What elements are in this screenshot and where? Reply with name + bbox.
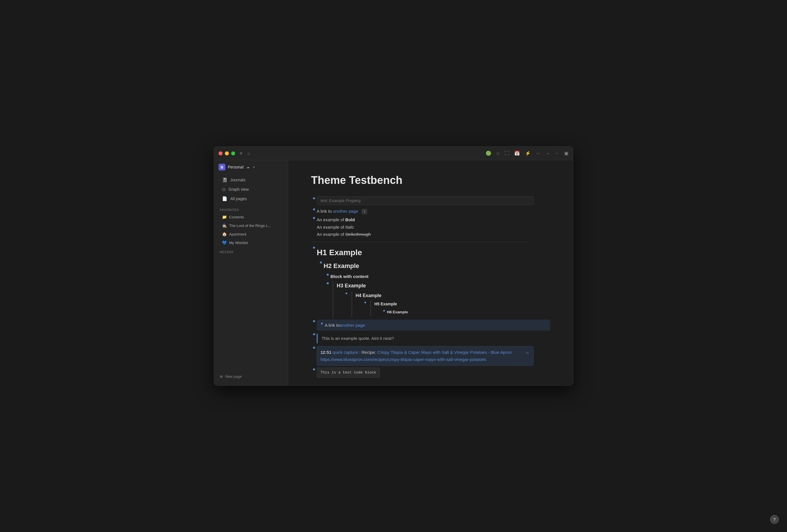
close-button[interactable] [218,151,222,155]
minimize-button[interactable] [225,151,229,155]
h3-nested: H3 Example H4 Example [333,281,408,318]
bullet-dot [313,368,315,370]
more-icon[interactable]: ··· [555,151,559,156]
h4-content: H4 Example [356,291,408,300]
bullet [311,332,317,335]
bullet [311,207,317,210]
bullet [311,245,317,249]
another-page-link-1[interactable]: another page [333,209,358,214]
another-page-link-2[interactable]: another page [340,322,365,329]
quick-capture-timestamp: 12:51 [320,350,331,355]
sidebar-item-all-pages[interactable]: 📄 All pages [216,194,285,203]
bullet [311,319,317,322]
bullet [362,301,368,303]
bullet [318,260,324,263]
highlighted-link-block: A link to another page [311,319,550,332]
bullet [311,196,317,199]
wishlist-emoji: 💙 [222,240,227,245]
h5-nested: H5 Example H6 Example [370,301,408,316]
help-button[interactable]: ? [770,515,779,524]
quote-content: This is an example quote. Aint it neat? [317,332,550,345]
h4-block: H4 Example H5 Example [344,291,408,317]
journals-icon: 📓 [222,177,228,182]
sidebar-item-label: Journals [230,178,246,182]
sidebar-fav-contents[interactable]: 📁 Contents [216,213,285,221]
h3-content: H3 Example [337,281,408,290]
sidebar-item-journals[interactable]: 📓 Journals [216,175,285,184]
bullet-dot [327,282,329,284]
contents-emoji: 📁 [222,215,227,219]
fullscreen-icon[interactable]: ⛶ [505,151,509,156]
h5-block: H5 Example H6 Example [362,301,408,316]
bullet-dot [321,323,323,325]
sidebar-toggle-icon[interactable]: ▣ [564,151,569,156]
favorites-label: FAVORITES [214,205,288,213]
quote-text: This is an example quote. Aint it neat? [317,334,550,343]
bullet [381,309,387,312]
search-icon[interactable]: ⌕ [248,151,250,156]
link-prefix-2: A link to [325,322,340,329]
h4-nested: H4 Example H5 Example [352,291,408,317]
highlighted-content: A link to another page [317,319,550,331]
all-pages-icon: 📄 [222,196,228,201]
bullet-dot [313,333,315,335]
quick-capture-colon: : Recipe: [359,350,377,355]
bullet-dot [313,217,315,219]
property-input-wrapper [317,196,550,206]
block-with-content-text: Block with content [331,272,550,281]
sidebar-item-label: Graph view [229,187,249,192]
sidebar-fav-lotr[interactable]: 🧙 The Lord of the Rings L... [216,222,285,229]
new-page-button[interactable]: ⊕ New page [216,372,285,381]
property-input[interactable] [317,196,534,205]
code-block-content: This is a test code block [317,367,550,378]
code-block-row: This is a test code block [311,367,550,378]
back-icon[interactable]: ← [536,151,540,156]
blue-apron-url[interactable]: https://www.blueapron.com/recipes/crispy… [320,357,486,362]
bold-text: Bold [345,217,355,222]
workspace-cloud-icon: ☁ [246,165,250,169]
bullet-dot [313,247,315,249]
bullet-dot [383,310,385,312]
maximize-button[interactable] [231,151,235,155]
bullet-dot [320,262,322,263]
forward-icon[interactable]: → [546,151,550,156]
lotr-emoji: 🧙 [222,223,227,228]
bullet-dot [345,292,347,294]
quick-capture-link[interactable]: quick capture [333,350,358,355]
bullet-dot [313,208,315,210]
sidebar-fav-label: My Wishlist [229,241,248,245]
workspace-header[interactable]: B Personal ☁ ▾ [214,160,288,174]
main-content: B Personal ☁ ▾ 📓 Journals ◎ Graph view 📄… [214,160,573,385]
edit-icon[interactable]: ✏ [525,349,530,358]
apartment-emoji: 🏠 [222,232,227,236]
bullet [325,281,331,284]
sidebar-item-graph-view[interactable]: ◎ Graph view [216,185,285,194]
home-icon[interactable]: ⌂ [496,151,499,156]
hamburger-icon[interactable]: ≡ [240,151,242,156]
titlebar: ≡ ⌕ 🟢 ⌂ ⛶ 📅 ⚡ ← → ··· ▣ [214,147,573,160]
property-block [311,196,550,206]
bullet [311,216,317,219]
quote-block-row: This is an example quote. Aint it neat? [311,332,550,345]
sidebar-fav-label: Apartment [229,232,246,236]
h6-content: H6 Example [387,309,408,316]
block-with-content: Block with content [325,272,550,281]
titlebar-left-icons: ≡ ⌕ [240,151,250,156]
blue-apron-link[interactable]: Crispy Tilapia & Caper Mayo with Salt & … [377,350,512,355]
quick-capture-content: 12:51 quick capture : Recipe: Crispy Til… [317,346,534,366]
calendar-icon[interactable]: 📅 [514,151,520,156]
sidebar-fav-apartment[interactable]: 🏠 Apartment [216,230,285,238]
page-title: Theme Testbench [311,174,550,187]
link-prefix: A link to [317,209,333,214]
code-text: This is a test code block [317,368,380,378]
block-badge: 1 [362,209,367,215]
bold-block: An example of Bold An example of Italic … [311,216,550,238]
new-page-plus-icon: ⊕ [220,374,223,379]
editor-area: Theme Testbench A link to another page [288,160,573,385]
extensions-icon[interactable]: ⚡ [525,151,531,156]
graph-icon: ◎ [222,187,226,192]
cloud-status-icon[interactable]: 🟢 [486,151,491,156]
sidebar-fav-wishlist[interactable]: 💙 My Wishlist [216,239,285,247]
quick-capture-block: 12:51 quick capture : Recipe: Crispy Til… [311,346,550,367]
titlebar-right-icons: 🟢 ⌂ ⛶ 📅 ⚡ ← → ··· ▣ [486,151,569,156]
